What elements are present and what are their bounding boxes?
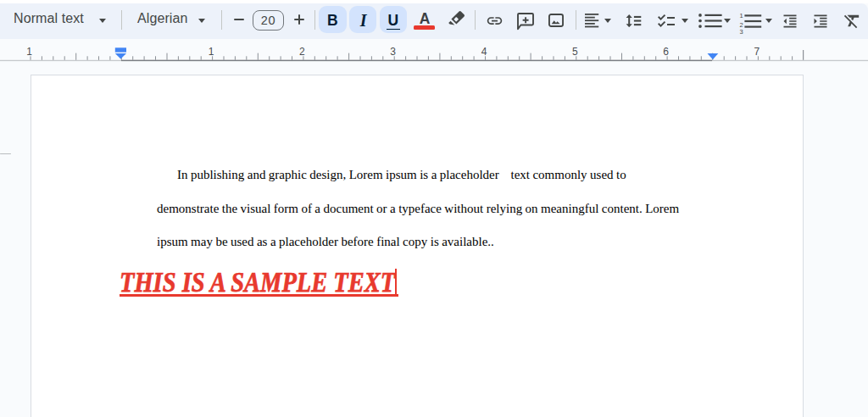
svg-text:2: 2 (299, 46, 305, 58)
svg-text:4: 4 (481, 46, 487, 58)
svg-text:3: 3 (739, 28, 743, 35)
svg-text:5: 5 (572, 46, 578, 58)
svg-text:1: 1 (209, 46, 214, 58)
svg-text:1: 1 (739, 12, 743, 19)
svg-text:7: 7 (754, 46, 760, 58)
svg-text:6: 6 (663, 46, 669, 58)
svg-text:1: 1 (26, 46, 32, 58)
svg-text:3: 3 (390, 46, 396, 58)
